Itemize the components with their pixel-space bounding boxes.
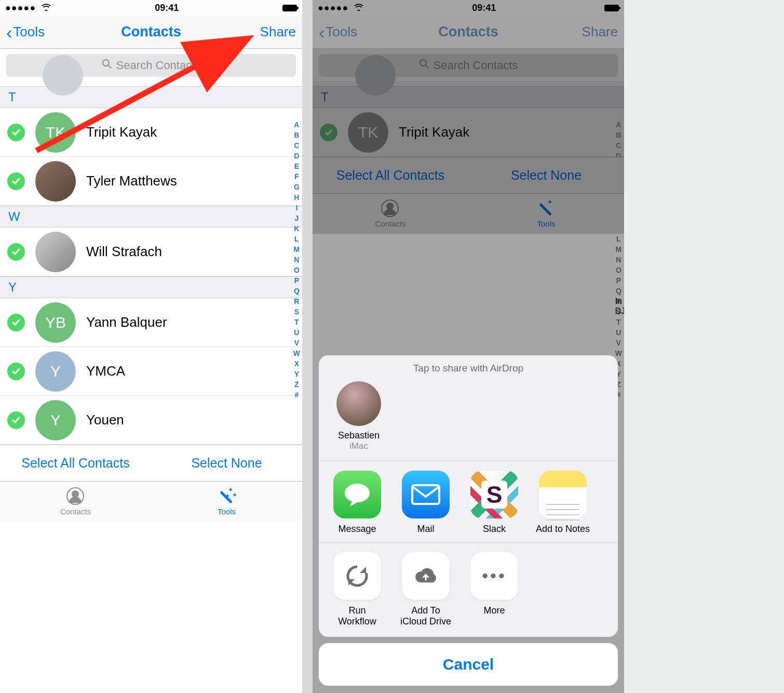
svg-point-5 [345,484,370,502]
contact-list: TTKTripit KayakTyler MatthewsWWill Straf… [0,81,302,445]
contact-name: YMCA [86,363,125,379]
index-letter[interactable]: W [293,348,300,358]
contact-name: Yann Balquer [86,314,167,330]
search-icon [102,59,112,72]
airdrop-target[interactable]: Sebastien iMac [330,381,387,451]
index-letter[interactable]: U [293,327,300,338]
index-letter[interactable]: E [293,161,300,171]
checkmark-icon[interactable] [7,243,25,261]
bottom-actions: Select All Contacts Select None [0,445,302,481]
index-letter[interactable]: L [293,234,300,244]
index-letter[interactable]: T [293,317,300,327]
app-label: Message [323,524,391,535]
status-time: 09:41 [155,3,179,14]
checkmark-icon[interactable] [7,411,25,429]
tab-tools[interactable]: ✦✦✦ Tools [151,482,302,522]
contact-name: Will Strafach [86,244,162,260]
share-app-slack[interactable]: SSlack [460,471,529,535]
index-letter[interactable]: F [293,171,300,182]
action-label: Run Workflow [323,605,391,628]
index-letter[interactable]: H [293,192,300,203]
notes-icon [539,471,587,518]
right-screenshot: ●●●●● 09:41 ‹Tools Contacts Share Search… [313,0,624,693]
checkmark-icon[interactable] [7,124,25,141]
sync-icon [333,552,381,600]
cancel-button[interactable]: Cancel [319,643,618,686]
index-letter[interactable]: B [293,130,300,140]
contact-row[interactable]: TKTripit Kayak [0,108,302,157]
index-letter[interactable]: R [293,296,300,306]
share-action-more[interactable]: •••More [460,552,529,628]
index-letter[interactable]: O [293,265,300,275]
contact-row[interactable]: Will Strafach [0,228,302,276]
app-label: Add to Notes [529,524,597,535]
section-header: W [0,206,302,228]
contact-name: Youen [86,412,124,428]
share-app-mail[interactable]: Mail [391,471,460,535]
share-sheet: Tap to share with AirDrop Sebastien iMac… [319,355,618,686]
mail-icon [402,471,450,518]
index-letter[interactable]: # [293,390,300,400]
back-button[interactable]: ‹ Tools [6,23,45,41]
contact-name: Tyler Matthews [86,173,177,189]
more-icon: ••• [470,552,518,600]
back-label: Tools [13,24,45,40]
tab-bar: Contacts ✦✦✦ Tools [0,481,302,522]
share-app-msg[interactable]: Message [323,471,391,535]
share-app-notes[interactable]: Add to Notes [529,471,597,535]
index-letter[interactable]: Z [293,379,300,390]
index-letter[interactable]: K [293,223,300,234]
svg-point-0 [103,60,109,66]
wand-icon: ✦✦✦ [218,487,236,506]
svg-line-1 [109,65,111,68]
status-bar: ●●●●● 09:41 [0,0,302,16]
tab-contacts[interactable]: Contacts [0,482,151,522]
index-letter[interactable]: P [293,275,300,286]
cloud-icon [402,552,450,600]
left-screenshot: ●●●●● 09:41 ‹ Tools Contacts Share Searc… [0,0,302,693]
select-all-button[interactable]: Select All Contacts [0,445,151,481]
index-letter[interactable]: M [293,244,300,255]
svg-rect-6 [412,485,439,504]
contact-avatar: Y [35,351,76,392]
battery-icon [282,5,297,11]
share-panel: Tap to share with AirDrop Sebastien iMac… [319,355,618,637]
contact-avatar: TK [35,112,76,153]
checkmark-icon[interactable] [7,172,25,190]
index-letter[interactable]: S [293,306,300,317]
index-letter[interactable]: I [293,203,300,213]
index-letter[interactable]: N [293,255,300,265]
index-letter[interactable]: C [293,140,300,151]
index-letter[interactable]: G [293,182,300,192]
signal-dots: ●●●●● [5,3,36,13]
contact-row[interactable]: YYouen [0,396,302,445]
index-letter[interactable]: Q [293,286,300,296]
contact-avatar: Y [35,400,76,441]
index-letter[interactable]: J [293,213,300,223]
index-letter[interactable]: Y [293,369,300,379]
contact-row[interactable]: YYMCA [0,347,302,396]
nav-bar: ‹ Tools Contacts Share [0,16,302,49]
contacts-icon [66,487,85,506]
msg-icon [333,471,381,518]
share-action-sync[interactable]: Run Workflow [323,552,391,628]
index-strip[interactable]: ABCDEFGHIJKLMNOPQRSTUVWXYZ# [293,119,300,400]
index-letter[interactable]: X [293,358,300,369]
index-letter[interactable]: D [293,151,300,161]
overflow-peek: In DJ [615,296,624,316]
index-letter[interactable]: V [293,338,300,348]
app-label: Mail [391,524,460,535]
share-button[interactable]: Share [260,24,296,40]
contact-row[interactable]: Tyler Matthews [0,157,302,206]
select-none-button[interactable]: Select None [151,445,302,481]
contact-avatar [35,232,76,272]
checkmark-icon[interactable] [7,363,25,380]
share-action-cloud[interactable]: Add To iCloud Drive [391,552,460,628]
checkmark-icon[interactable] [7,314,25,331]
airdrop-header: Tap to share with AirDrop [319,355,618,377]
index-letter[interactable]: A [293,119,300,130]
nav-title: Contacts [0,24,302,40]
section-header: T [0,86,302,108]
app-label: Slack [460,524,529,535]
contact-row[interactable]: YBYann Balquer [0,298,302,347]
